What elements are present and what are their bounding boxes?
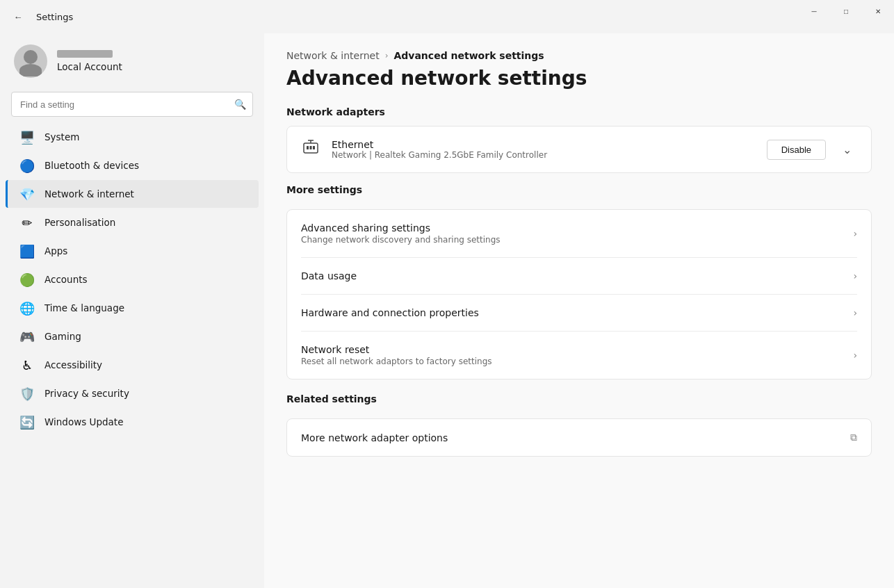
close-button[interactable]: ✕ <box>862 0 894 22</box>
system-icon: 🖥️ <box>19 129 35 145</box>
adapter-info: Ethernet Network | Realtek Gaming 2.5GbE… <box>332 139 756 160</box>
settings-item-title: Hardware and connection properties <box>301 307 853 318</box>
sidebar-item-update[interactable]: 🔄 Windows Update <box>6 408 259 436</box>
settings-item-title: More network adapter options <box>301 432 850 443</box>
avatar-body <box>19 64 42 76</box>
adapters-section-header: Network adapters <box>286 106 872 117</box>
search-icon: 🔍 <box>234 99 246 110</box>
hardware-properties-item[interactable]: Hardware and connection properties › <box>287 295 871 331</box>
settings-item-content: Hardware and connection properties <box>301 307 853 318</box>
sidebar-item-accounts[interactable]: 🟢 Accounts <box>6 266 259 293</box>
settings-item-title: Data usage <box>301 270 853 281</box>
settings-item-content: Advanced sharing settings Change network… <box>301 222 853 245</box>
sidebar-item-apps[interactable]: 🟦 Apps <box>6 237 259 265</box>
sidebar-item-label: Time & language <box>44 302 124 313</box>
settings-item-desc: Change network discovery and sharing set… <box>301 235 853 245</box>
user-name-bar <box>57 50 113 58</box>
advanced-sharing-item[interactable]: Advanced sharing settings Change network… <box>287 210 871 257</box>
sidebar-item-label: Personalisation <box>44 217 115 228</box>
chevron-right-icon: › <box>853 350 857 361</box>
sidebar-item-gaming[interactable]: 🎮 Gaming <box>6 322 259 350</box>
sidebar-item-label: Apps <box>44 245 67 256</box>
adapter-desc: Network | Realtek Gaming 2.5GbE Family C… <box>332 150 756 160</box>
chevron-right-icon: › <box>853 307 857 318</box>
privacy-icon: 🛡️ <box>19 386 35 401</box>
back-button[interactable]: ← <box>8 7 28 26</box>
title-bar: ← Settings ─ □ ✕ <box>0 0 894 33</box>
network-icon: 💎 <box>19 186 35 202</box>
search-box: 🔍 <box>11 92 253 117</box>
disable-button[interactable]: Disable <box>767 140 826 160</box>
more-settings-card: Advanced sharing settings Change network… <box>286 209 872 379</box>
settings-item-content: Data usage <box>301 270 853 281</box>
sidebar: Local Account 🔍 🖥️ System 🔵 Bluetooth & … <box>0 33 264 588</box>
sidebar-item-label: Accessibility <box>44 359 102 370</box>
breadcrumb-current: Advanced network settings <box>393 50 544 61</box>
accessibility-icon: ♿ <box>19 357 35 373</box>
chevron-right-icon: › <box>853 228 857 239</box>
ethernet-adapter-card: Ethernet Network | Realtek Gaming 2.5GbE… <box>286 126 872 173</box>
user-section: Local Account <box>0 33 264 92</box>
settings-item-title: Network reset <box>301 344 853 355</box>
user-name: Local Account <box>57 61 122 72</box>
main-layout: Local Account 🔍 🖥️ System 🔵 Bluetooth & … <box>0 33 894 588</box>
svg-rect-3 <box>313 146 315 149</box>
more-settings-header: More settings <box>286 184 872 195</box>
adapter-name: Ethernet <box>332 139 756 150</box>
avatar-head <box>24 50 38 64</box>
sidebar-item-system[interactable]: 🖥️ System <box>6 123 259 151</box>
svg-rect-1 <box>307 146 309 149</box>
breadcrumb: Network & internet › Advanced network se… <box>286 50 872 61</box>
gaming-icon: 🎮 <box>19 329 35 344</box>
page-title: Advanced network settings <box>286 67 872 90</box>
settings-item-desc: Reset all network adaptors to factory se… <box>301 357 853 366</box>
sidebar-item-label: Network & internet <box>44 188 134 199</box>
settings-item-title: Advanced sharing settings <box>301 222 853 234</box>
network-reset-item[interactable]: Network reset Reset all network adaptors… <box>287 332 871 379</box>
sidebar-item-label: Privacy & security <box>44 388 129 399</box>
svg-rect-2 <box>310 146 312 149</box>
personalisation-icon: ✏️ <box>19 215 35 230</box>
content-area: Network & internet › Advanced network se… <box>264 33 894 588</box>
sidebar-item-label: Gaming <box>44 331 81 342</box>
settings-item-content: Network reset Reset all network adaptors… <box>301 344 853 366</box>
sidebar-item-privacy[interactable]: 🛡️ Privacy & security <box>6 379 259 407</box>
sidebar-item-network[interactable]: 💎 Network & internet <box>6 180 259 208</box>
chevron-right-icon: › <box>853 270 857 281</box>
sidebar-item-time[interactable]: 🌐 Time & language <box>6 294 259 322</box>
window-controls: ─ □ ✕ <box>798 0 894 22</box>
settings-item-content: More network adapter options <box>301 432 850 443</box>
app-title: Settings <box>36 12 73 22</box>
more-network-adapter-item[interactable]: More network adapter options ⧉ <box>287 419 871 456</box>
sidebar-item-personalisation[interactable]: ✏️ Personalisation <box>6 209 259 236</box>
adapter-expand-button[interactable]: ⌄ <box>837 140 857 159</box>
breadcrumb-separator: › <box>385 51 389 60</box>
related-settings-header: Related settings <box>286 393 872 405</box>
sidebar-item-bluetooth[interactable]: 🔵 Bluetooth & devices <box>6 152 259 179</box>
apps-icon: 🟦 <box>19 243 35 259</box>
bluetooth-icon: 🔵 <box>19 158 35 173</box>
time-icon: 🌐 <box>19 300 35 316</box>
sidebar-item-label: System <box>44 131 79 142</box>
sidebar-item-accessibility[interactable]: ♿ Accessibility <box>6 351 259 379</box>
maximize-button[interactable]: □ <box>830 0 862 22</box>
sidebar-item-label: Bluetooth & devices <box>44 160 139 171</box>
search-input[interactable] <box>11 92 253 117</box>
sidebar-nav: 🖥️ System 🔵 Bluetooth & devices 💎 Networ… <box>0 122 264 436</box>
update-icon: 🔄 <box>19 414 35 430</box>
ethernet-icon <box>301 138 320 161</box>
avatar <box>14 44 47 78</box>
user-info: Local Account <box>57 50 122 72</box>
data-usage-item[interactable]: Data usage › <box>287 258 871 294</box>
accounts-icon: 🟢 <box>19 272 35 287</box>
breadcrumb-parent[interactable]: Network & internet <box>286 50 380 61</box>
related-settings-card: More network adapter options ⧉ <box>286 418 872 457</box>
avatar-person <box>14 44 47 78</box>
external-link-icon: ⧉ <box>850 432 857 443</box>
sidebar-item-label: Accounts <box>44 274 88 285</box>
minimize-button[interactable]: ─ <box>798 0 830 22</box>
sidebar-item-label: Windows Update <box>44 416 123 427</box>
